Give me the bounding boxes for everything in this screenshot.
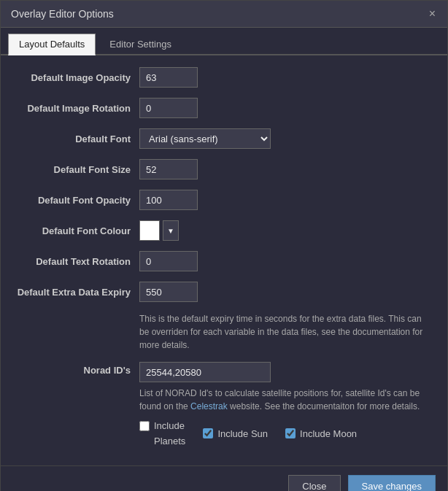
tab-content: Default Image Opacity Default Image Rota…	[1, 55, 447, 465]
dialog-header: Overlay Editor Options ×	[1, 1, 447, 28]
font-row: Default Font Arial (sans-serif) Times Ne…	[15, 128, 433, 149]
norad-row: Norad ID's List of NORAD Id's to calcula…	[15, 362, 433, 413]
include-moon-checkbox[interactable]	[285, 428, 296, 438]
image-rotation-row: Default Image Rotation	[15, 98, 433, 118]
include-planets-checkbox[interactable]	[139, 421, 150, 431]
color-dropdown-button[interactable]: ▼	[163, 220, 179, 241]
norad-right: List of NORAD Id's to calculate satellit…	[139, 362, 433, 413]
font-size-input[interactable]	[139, 159, 198, 179]
norad-input[interactable]	[139, 362, 271, 382]
image-opacity-label: Default Image Opacity	[15, 72, 139, 83]
text-rotation-input[interactable]	[139, 251, 198, 271]
tab-editor-settings[interactable]: Editor Settings	[99, 34, 182, 54]
color-swatch[interactable]	[139, 220, 160, 241]
include-sun-label: Include Sun	[217, 428, 268, 439]
norad-description: List of NORAD Id's to calculate satellit…	[139, 387, 433, 413]
include-planets-label-line2: Planets	[154, 436, 185, 446]
font-opacity-label: Default Font Opacity	[15, 195, 139, 206]
include-sun-checkbox[interactable]	[203, 428, 213, 438]
include-planets-label-line1: Include	[154, 420, 185, 431]
celestrak-link[interactable]: Celestrak	[190, 401, 228, 411]
extra-data-expiry-row: Default Extra Data Expiry	[15, 282, 433, 302]
extra-data-expiry-input[interactable]	[139, 282, 198, 302]
font-opacity-input[interactable]	[139, 190, 198, 210]
tabs-bar: Layout Defaults Editor Settings	[1, 28, 447, 55]
checkboxes-row: Include Planets Include Sun Include Moon	[139, 420, 433, 446]
dialog-title: Overlay Editor Options	[11, 8, 114, 20]
font-select[interactable]: Arial (sans-serif) Times New Roman (seri…	[139, 128, 271, 149]
include-moon-item: Include Moon	[285, 428, 357, 439]
dialog-close-icon[interactable]: ×	[428, 8, 437, 20]
save-button[interactable]: Save changes	[348, 475, 436, 491]
tab-layout-defaults[interactable]: Layout Defaults	[8, 34, 96, 55]
dialog-footer: Close Save changes	[1, 465, 447, 491]
image-opacity-input[interactable]	[139, 67, 198, 88]
text-rotation-row: Default Text Rotation	[15, 251, 433, 271]
close-button[interactable]: Close	[288, 475, 340, 491]
font-size-label: Default Font Size	[15, 164, 139, 175]
image-rotation-label: Default Image Rotation	[15, 103, 139, 114]
extra-data-description: This is the default expiry time in secon…	[139, 312, 433, 352]
overlay-editor-dialog: Overlay Editor Options × Layout Defaults…	[0, 0, 448, 491]
color-swatch-container: ▼	[139, 220, 179, 241]
include-sun-item: Include Sun	[203, 428, 268, 439]
include-planets-item: Include Planets	[139, 420, 185, 446]
norad-desc-text-2: website. See the documentaiton for more …	[230, 401, 420, 411]
font-colour-row: Default Font Colour ▼	[15, 220, 433, 241]
norad-label: Norad ID's	[15, 362, 139, 376]
image-rotation-input[interactable]	[139, 98, 198, 118]
extra-data-expiry-label: Default Extra Data Expiry	[15, 287, 139, 298]
font-size-row: Default Font Size	[15, 159, 433, 179]
include-moon-label: Include Moon	[300, 428, 357, 439]
text-rotation-label: Default Text Rotation	[15, 256, 139, 267]
font-opacity-row: Default Font Opacity	[15, 190, 433, 210]
image-opacity-row: Default Image Opacity	[15, 67, 433, 88]
font-colour-label: Default Font Colour	[15, 225, 139, 236]
font-label: Default Font	[15, 134, 139, 144]
